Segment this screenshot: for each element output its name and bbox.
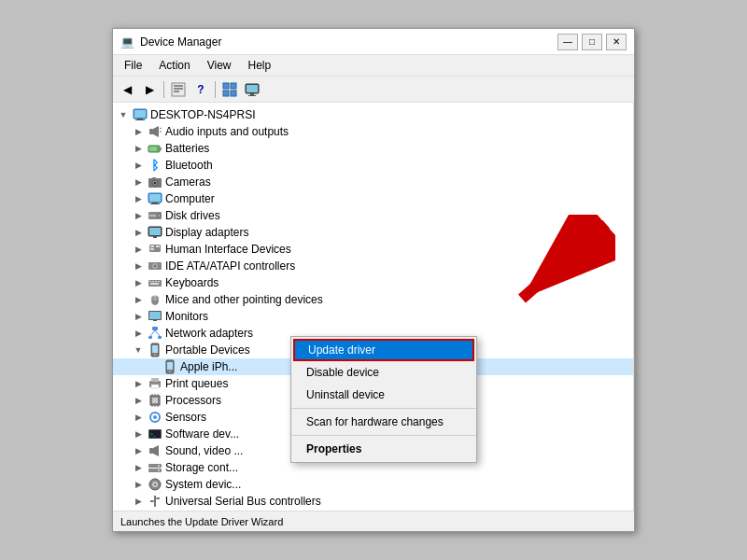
tree-item-monitors[interactable]: ▶ Monitors [113,308,633,325]
view-button[interactable] [219,79,240,100]
ctx-scan-hardware[interactable]: Scan for hardware changes [291,411,476,433]
system-icon [148,477,162,492]
audio-label: Audio inputs and outputs [165,125,289,138]
processors-icon [148,393,162,408]
expand-batteries-icon: ▶ [132,142,145,155]
svg-rect-68 [151,378,159,382]
tree-item-ide[interactable]: ▶ IDE ATA/ATAPI controllers [113,258,633,274]
software-label: Software dev... [165,427,239,441]
svg-rect-55 [153,320,157,321]
menu-help[interactable]: Help [241,57,279,74]
tree-item-system[interactable]: ▶ System devic... [113,476,633,493]
title-bar-controls: — □ ✕ [557,34,627,50]
software-icon: >_ [148,427,162,441]
svg-rect-57 [148,336,152,339]
tree-item-usb[interactable]: ▶ Universal Serial Bus controllers [113,493,633,510]
menu-action[interactable]: Action [151,57,197,74]
tree-root[interactable]: ▼ DESKTOP-NS4PRSI [113,106,633,123]
device-manager-window: 💻 Device Manager — □ ✕ File Action View … [112,28,635,532]
expand-bluetooth-icon: ▶ [132,159,145,172]
diskdrives-label: Disk drives [165,209,220,222]
ctx-uninstall-device[interactable]: Uninstall device [291,384,476,406]
menu-view[interactable]: View [200,57,239,74]
tree-item-diskdrives[interactable]: ▶ Disk drives [113,207,633,224]
tree-item-batteries[interactable]: ▶ Batteries [113,140,633,157]
toolbar-separator-1 [163,81,164,98]
svg-rect-9 [247,85,258,92]
monitors-icon [148,309,162,324]
tree-item-keyboards[interactable]: ▶ Keyboards [113,274,633,291]
expand-network-icon: ▶ [132,327,145,340]
svg-rect-30 [150,203,160,204]
expand-sound-icon: ▶ [132,444,145,457]
expand-usb-icon: ▶ [132,495,145,508]
forward-button[interactable]: ▶ [139,79,160,100]
menu-bar: File Action View Help [113,55,634,77]
tree-item-display[interactable]: ▶ Display adapters [113,224,633,241]
svg-rect-2 [174,88,183,90]
main-area: ▼ DESKTOP-NS4PRSI ▶ Audio inputs and out… [113,103,634,511]
expand-storage-icon: ▶ [132,461,145,474]
tree-item-bluetooth[interactable]: ▶ ᛒ Bluetooth [113,157,633,174]
svg-rect-10 [250,93,254,95]
svg-rect-71 [152,398,158,403]
svg-marker-17 [153,126,159,137]
svg-point-63 [154,354,156,356]
tree-item-mice[interactable]: ▶ Mice and other pointing devices [113,291,633,308]
svg-rect-26 [152,177,156,179]
svg-rect-46 [152,281,154,282]
expand-portable-icon: ▼ [132,343,145,357]
expand-computer-icon: ▶ [132,192,145,205]
ctx-update-driver[interactable]: Update driver [293,339,474,361]
ctx-disable-device[interactable]: Disable device [291,361,476,384]
tree-item-hid[interactable]: ▶ Human Interface Devices [113,241,633,258]
audio-icon [148,124,162,139]
tree-item-computer[interactable]: ▶ Computer [113,190,633,207]
minimize-button[interactable]: — [557,34,578,50]
svg-rect-3 [174,91,179,92]
display-label: Display adapters [165,226,248,239]
svg-rect-7 [231,91,236,96]
svg-rect-48 [158,281,160,282]
usb-label: Universal Serial Bus controllers [165,495,321,508]
cameras-icon [148,175,162,189]
back-button[interactable]: ◀ [117,79,137,100]
svg-line-59 [150,330,155,336]
display-icon [148,225,162,240]
keyboards-label: Keyboards [165,276,218,289]
properties-button[interactable] [168,79,189,100]
expand-diskdrives-icon: ▶ [132,209,145,222]
svg-line-60 [155,330,160,336]
svg-rect-16 [149,129,153,134]
expand-root-icon: ▼ [117,108,130,121]
svg-rect-22 [149,147,157,151]
tree-item-cameras[interactable]: ▶ Cameras [113,174,633,190]
hid-label: Human Interface Devices [165,243,291,256]
processors-label: Processors [165,394,221,407]
maximize-button[interactable]: □ [582,34,602,50]
storage-label: Storage cont... [165,461,238,474]
svg-point-86 [158,465,160,467]
print-label: Print queues [165,377,228,390]
monitor-button[interactable] [242,79,262,100]
svg-text:>_: >_ [150,431,156,437]
svg-rect-40 [156,245,160,247]
svg-rect-39 [150,248,154,250]
sound-icon [148,443,162,458]
close-button[interactable]: ✕ [606,34,627,50]
svg-point-88 [158,469,160,471]
menu-file[interactable]: File [117,57,149,74]
ctx-properties[interactable]: Properties [291,438,476,460]
help-button[interactable]: ? [190,79,211,100]
svg-point-25 [154,182,157,185]
portable-label: Portable Devices [165,343,250,357]
svg-rect-54 [149,312,161,319]
computer-label: Computer [165,192,215,205]
computer-icon [133,107,148,122]
svg-line-18 [160,128,162,129]
sensors-label: Sensors [165,411,206,424]
svg-rect-5 [231,83,236,89]
svg-rect-62 [152,345,158,353]
tree-item-audio[interactable]: ▶ Audio inputs and outputs [113,123,633,140]
svg-rect-47 [155,281,157,282]
